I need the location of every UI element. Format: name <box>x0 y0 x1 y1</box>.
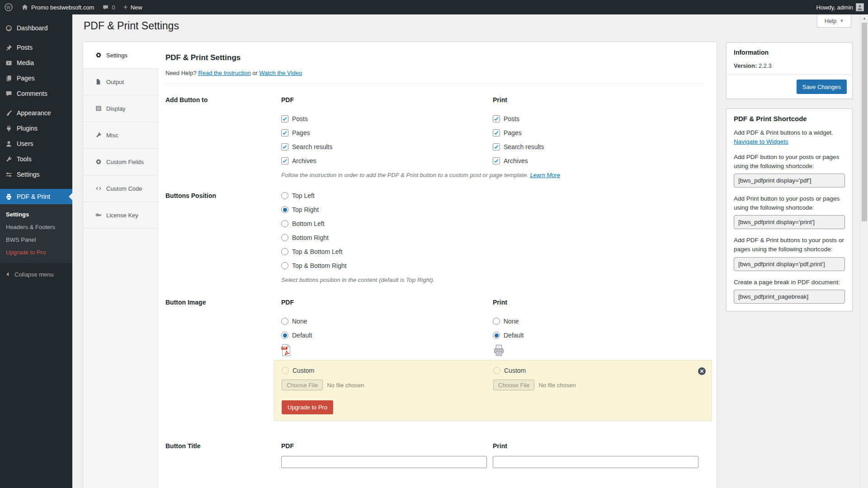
watch-video-link[interactable]: Watch the Video <box>259 70 302 76</box>
sidebar-item-users[interactable]: Users <box>0 136 72 151</box>
radio-label: Top & Bottom Right <box>292 262 347 269</box>
print-button-title-input[interactable] <box>493 456 698 468</box>
sidebar-item-media[interactable]: Media <box>0 55 72 70</box>
sidebar-item-label: Settings <box>17 171 40 178</box>
version-label: Version: <box>734 62 757 69</box>
account-menu[interactable]: Howdy, admin <box>812 0 868 14</box>
wordpress-admin-page: { "colors": { "accent": "#2271b1", "link… <box>0 0 868 488</box>
radio-label: Top & Bottom Left <box>292 248 342 255</box>
promo-print-column: Custom Choose File No file chosen <box>493 361 692 390</box>
checkbox-checked-icon <box>281 157 288 164</box>
tab-display[interactable]: Display <box>83 95 158 122</box>
button-image-pdf-column: PDF None Default PDF <box>281 299 493 357</box>
tab-misc[interactable]: Misc <box>83 122 158 149</box>
radio-icon <box>281 234 288 241</box>
table-icon <box>94 105 102 112</box>
upgrade-to-pro-button[interactable]: Upgrade to Pro <box>282 400 333 414</box>
collapse-menu-button[interactable]: Collapse menu <box>0 267 72 282</box>
radio-label: None <box>504 318 519 325</box>
checkbox-label: Posts <box>292 115 308 122</box>
pdf-image-custom-radio[interactable]: Custom <box>282 367 481 374</box>
promo-pdf-column: Custom Choose File No file chosen <box>282 361 481 390</box>
position-top-right-radio[interactable]: Top Right <box>281 206 703 213</box>
learn-more-link[interactable]: Learn More <box>530 172 560 178</box>
position-top-bottom-left-radio[interactable]: Top & Bottom Left <box>281 248 703 255</box>
print-archives-checkbox[interactable]: Archives <box>493 157 703 164</box>
new-label: New <box>131 4 142 11</box>
position-bottom-right-radio[interactable]: Bottom Right <box>281 234 703 241</box>
site-name: Promo bestwebsoft.com <box>31 4 94 11</box>
admin-menu: Dashboard Posts Media Pages Comments App… <box>0 14 72 488</box>
sidebar-item-appearance[interactable]: Appearance <box>0 105 72 121</box>
add-button-pdf-column: PDF Posts Pages Search results Archives <box>281 96 493 164</box>
scrollbar-up-arrow[interactable]: ▲ <box>861 14 868 22</box>
pdf-custom-file-row: Choose File No file chosen <box>282 380 481 390</box>
print-image-none-radio[interactable]: None <box>493 318 703 325</box>
printer-icon <box>5 193 13 201</box>
brush-icon <box>5 109 13 117</box>
pdf-button-title-input[interactable] <box>281 456 487 468</box>
pdf-posts-checkbox[interactable]: Posts <box>281 115 493 122</box>
comments-shortcut[interactable]: 0 <box>98 0 119 14</box>
pdf-search-results-checkbox[interactable]: Search results <box>281 143 493 150</box>
pdf-pages-checkbox[interactable]: Pages <box>281 129 493 136</box>
wordpress-logo[interactable]: W <box>0 0 17 14</box>
print-choose-file-button[interactable]: Choose File <box>493 380 534 390</box>
tab-output[interactable]: Output <box>83 69 158 95</box>
save-changes-button[interactable]: Save Changes <box>797 80 847 94</box>
print-pages-checkbox[interactable]: Pages <box>493 129 703 136</box>
position-top-left-radio[interactable]: Top Left <box>281 192 703 199</box>
sidebar-item-dashboard[interactable]: Dashboard <box>0 20 72 36</box>
gear-icon <box>94 52 102 59</box>
site-link[interactable]: Promo bestwebsoft.com <box>17 0 98 14</box>
sidebar-item-posts[interactable]: Posts <box>0 40 72 55</box>
position-top-bottom-right-radio[interactable]: Top & Bottom Right <box>281 262 703 269</box>
position-bottom-left-radio[interactable]: Bottom Left <box>281 220 703 227</box>
shortcode-input-pdf[interactable] <box>734 174 845 188</box>
submenu-item-settings[interactable]: Settings <box>0 208 72 221</box>
tab-license-key[interactable]: License Key <box>83 202 158 229</box>
close-icon[interactable] <box>698 367 706 375</box>
svg-text:W: W <box>6 5 11 10</box>
tab-custom-fields[interactable]: Custom Fields <box>83 149 158 175</box>
pdf-image-none-radio[interactable]: None <box>281 318 493 325</box>
pdf-column-header: PDF <box>281 96 493 103</box>
submenu-item-upgrade-to-pro[interactable]: Upgrade to Pro <box>0 246 72 258</box>
tab-settings[interactable]: Settings <box>83 42 159 69</box>
radio-label: Bottom Right <box>292 234 329 241</box>
submenu-item-headers-footers[interactable]: Headers & Footers <box>0 221 72 233</box>
sidebar-item-plugins[interactable]: Plugins <box>0 121 72 136</box>
instruction-note-row: Follow the instruction in order to add t… <box>165 164 703 178</box>
sidebar-item-label: PDF & Print <box>17 193 50 200</box>
shortcode-input-pdf-print[interactable] <box>734 257 845 271</box>
pdf-image-default-radio[interactable]: Default <box>281 332 493 339</box>
print-custom-file-row: Choose File No file chosen <box>493 380 692 390</box>
sidebar-item-tools[interactable]: Tools <box>0 151 72 167</box>
print-posts-checkbox[interactable]: Posts <box>493 115 703 122</box>
print-search-results-checkbox[interactable]: Search results <box>493 143 703 150</box>
sidebar-item-settings[interactable]: Settings <box>0 167 72 182</box>
shortcode-input-pagebreak[interactable] <box>734 290 845 304</box>
new-content-button[interactable]: + New <box>119 0 146 14</box>
sidebar-item-pages[interactable]: Pages <box>0 70 72 86</box>
sidebar-item-comments[interactable]: Comments <box>0 86 72 101</box>
radio-disabled-icon <box>282 367 289 374</box>
read-instruction-link[interactable]: Read the Instruction <box>198 70 250 76</box>
plus-icon: + <box>123 3 128 11</box>
print-no-file-text: No file chosen <box>538 382 576 389</box>
pdf-archives-checkbox[interactable]: Archives <box>281 157 493 164</box>
tab-custom-code[interactable]: Custom Code <box>83 175 158 202</box>
radio-icon <box>281 318 288 325</box>
checkbox-checked-icon <box>281 115 288 122</box>
pdf-choose-file-button[interactable]: Choose File <box>282 380 323 390</box>
navigate-to-widgets-link[interactable]: Navigate to Widgets <box>734 138 788 145</box>
submenu-item-bws-panel[interactable]: BWS Panel <box>0 233 72 246</box>
scrollbar-thumb[interactable] <box>862 23 867 221</box>
help-dropdown[interactable]: Help ▼ <box>817 14 851 28</box>
version-value: 2.2.3 <box>759 62 772 69</box>
shortcode-input-print[interactable] <box>734 215 845 229</box>
print-image-custom-radio[interactable]: Custom <box>493 367 692 374</box>
sidebar-item-pdf-print[interactable]: PDF & Print <box>0 189 72 204</box>
sidebar-item-label: Tools <box>17 155 32 163</box>
print-image-default-radio[interactable]: Default <box>493 332 703 339</box>
